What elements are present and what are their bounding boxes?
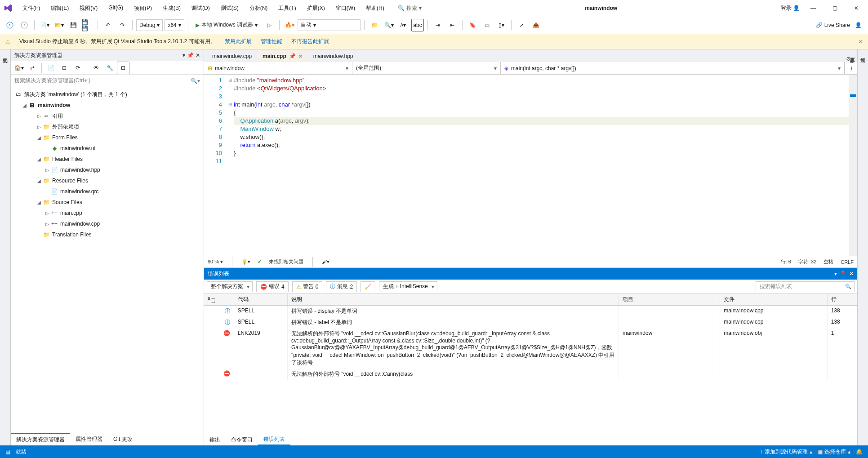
menu-analyze[interactable]: 分析(N) — [245, 3, 272, 14]
mainwindow-qrc-node[interactable]: 📄mainwindow.qrc — [11, 186, 204, 197]
notification-close-button[interactable]: ✕ — [858, 39, 863, 45]
left-tab-outline[interactable]: 文档大纲 — [0, 49, 10, 445]
start-debug-button[interactable]: ▶本地 Windows 调试器 ▾ — [192, 19, 261, 31]
tab-error-list[interactable]: 错误列表 — [258, 434, 290, 445]
folder-button[interactable]: 📁 — [368, 19, 381, 31]
tab-property-manager[interactable]: 属性管理器 — [70, 433, 108, 445]
indent-info[interactable]: 空格 — [823, 258, 833, 265]
menu-file[interactable]: 文件(F) — [18, 3, 45, 14]
headerfiles-node[interactable]: ◢📁Header Files — [11, 154, 204, 165]
expand-icon[interactable]: ▷ — [44, 222, 50, 227]
expand-icon[interactable]: ◢ — [36, 200, 42, 205]
tab-mainwindow-hpp[interactable]: mainwindow.hpp — [308, 50, 359, 62]
forward-button[interactable] — [18, 19, 31, 31]
title-search[interactable]: 🔍 搜索 ▾ — [398, 4, 422, 12]
redo-button[interactable]: ↷ — [116, 19, 129, 31]
find-button[interactable]: 🔍▾ — [383, 19, 395, 31]
scope-combo[interactable]: 整个解决方案 — [207, 281, 253, 292]
errors-filter[interactable]: ⛔错误 4 — [256, 281, 289, 292]
clear-filter-button[interactable]: 🧹 — [361, 281, 375, 292]
tab-output[interactable]: 输出 — [204, 434, 226, 445]
new-button[interactable]: 📄▾ — [38, 19, 51, 31]
error-row[interactable]: ⓘSPELL拼写错误 - label 不是单词mainwindow.cpp138 — [204, 317, 857, 328]
expand-icon[interactable]: ▷ — [36, 114, 42, 119]
lightbulb-icon[interactable]: 💡▾ — [241, 259, 250, 265]
platform-dropdown[interactable]: x64 ▾ — [165, 19, 184, 31]
abc-button[interactable]: abc — [411, 19, 424, 31]
build-filter-combo[interactable]: 生成 + IntelliSense — [379, 281, 437, 292]
error-row[interactable]: ⛔LNK2019无法解析的外部符号 "void __cdecl cv::Gaus… — [204, 328, 857, 369]
menu-help[interactable]: 帮助(H) — [361, 3, 389, 14]
properties-button[interactable]: 🔧 — [103, 62, 116, 74]
tab-button[interactable]: ▭ — [481, 19, 493, 31]
manage-perf-link[interactable]: 管理性能 — [261, 38, 282, 45]
expand-icon[interactable]: ▷ — [44, 211, 50, 216]
sourcefiles-node[interactable]: ◢📁Source Files — [11, 197, 204, 208]
bell-icon[interactable]: 🔔 — [856, 449, 863, 455]
menu-build[interactable]: 生成(B) — [158, 3, 185, 14]
line-info[interactable]: 行: 6 — [781, 258, 791, 265]
mainwindow-cpp-node[interactable]: ▷++mainwindow.cpp — [11, 218, 204, 229]
translationfiles-node[interactable]: 📁Translation Files — [11, 229, 204, 240]
sync-button[interactable]: ⟳ — [71, 62, 84, 74]
start-without-debug-button[interactable]: ▷ — [263, 19, 276, 31]
mainwindow-hpp-node[interactable]: ▷📄mainwindow.hpp — [11, 165, 204, 175]
tab-mainwindow-cpp[interactable]: mainwindow.cpp — [207, 50, 257, 62]
config-dropdown[interactable]: Debug ▾ — [136, 19, 163, 31]
mainwindow-ui-node[interactable]: ◆mainwindow.ui — [11, 143, 204, 154]
minimize-button[interactable]: — — [805, 1, 821, 15]
nav-button[interactable]: ↗ — [515, 19, 528, 31]
guides-button[interactable]: ▯▾ — [495, 19, 507, 31]
context-combo[interactable]: (全局范围)▾ — [352, 62, 501, 74]
repo-button[interactable]: ▦ 选择仓库 ▴ — [818, 448, 850, 456]
scrollbar[interactable] — [849, 75, 857, 256]
doc-button[interactable]: 📄 — [45, 62, 57, 74]
pin-icon[interactable]: 📍 — [840, 271, 846, 277]
expand-icon[interactable]: ◢ — [36, 157, 42, 162]
bookmark-button[interactable]: 🔖 — [466, 19, 479, 31]
menu-test[interactable]: 测试(S) — [216, 3, 243, 14]
messages-filter[interactable]: ⓘ消息 2 — [326, 281, 357, 292]
expand-icon[interactable]: ◢ — [36, 178, 42, 183]
col-icon[interactable]: a⬚ — [204, 294, 234, 306]
menu-view[interactable]: 视图(V) — [75, 3, 102, 14]
source-control-button[interactable]: ↑ 添加到源代码管理 ▴ — [760, 448, 812, 456]
view-switch-button[interactable]: ⇄ — [26, 62, 39, 74]
pin-icon[interactable]: 📌 — [187, 52, 194, 58]
save-all-button[interactable]: 💾💾 — [81, 19, 94, 31]
solution-search[interactable]: 搜索解决方案资源管理器(Ctrl+;) 🔍▾ — [11, 75, 204, 87]
home-button[interactable]: 🏠▾ — [13, 62, 25, 74]
tab-command[interactable]: 命令窗口 — [226, 434, 258, 445]
expand-icon[interactable]: ◢ — [36, 135, 42, 140]
refs-node[interactable]: ▷▫▫引用 — [11, 111, 204, 121]
admin-icon[interactable]: 👤 — [852, 19, 864, 31]
error-search[interactable]: 搜索错误列表 — [756, 281, 855, 292]
dropdown-icon[interactable]: ▾ — [183, 52, 185, 58]
close-icon[interactable]: ✕ — [196, 52, 200, 58]
output-icon[interactable]: ▤ — [5, 449, 10, 455]
member-combo[interactable]: ◈main(int argc, char * argv[])▾ — [501, 62, 845, 74]
external-node[interactable]: ▷📁外部依赖项 — [11, 121, 204, 132]
char-info[interactable]: 字符: 32 — [798, 258, 816, 265]
scope-combo[interactable]: ⊞mainwindow▾ — [204, 62, 352, 74]
indent-button[interactable]: ⇥ — [432, 19, 444, 31]
col-desc[interactable]: 说明 — [287, 294, 619, 306]
live-share-button[interactable]: 🔗 Live Share — [816, 22, 850, 28]
dropdown-icon[interactable]: ▾ — [834, 271, 837, 277]
collapse-button[interactable]: ⊟ — [58, 62, 71, 74]
code-editor[interactable]: 1234567891011 ⊟│⊟ #include "mainwindow.h… — [204, 75, 857, 256]
share-button[interactable]: 📤 — [530, 19, 542, 31]
col-code[interactable]: 代码 — [234, 294, 287, 306]
col-project[interactable]: 项目 — [619, 294, 720, 306]
warnings-filter[interactable]: ⚠警告 0 — [292, 281, 323, 292]
menu-tools[interactable]: 工具(T) — [274, 3, 300, 14]
menu-project[interactable]: 项目(P) — [129, 3, 156, 14]
error-row[interactable]: ⛔无法解析的外部符号 "void __cdecl cv::Canny(class — [204, 369, 857, 380]
menu-window[interactable]: 窗口(W) — [331, 3, 360, 14]
zoom-level[interactable]: 90 % ▾ — [208, 259, 223, 265]
main-cpp-node[interactable]: ▷++main.cpp — [11, 208, 204, 218]
right-tab-properties[interactable]: 属性 — [858, 49, 868, 445]
show-all-button[interactable]: 👁 — [90, 62, 102, 74]
fold-gutter[interactable]: ⊟│⊟ — [227, 75, 234, 256]
menu-extensions[interactable]: 扩展(X) — [303, 3, 329, 14]
